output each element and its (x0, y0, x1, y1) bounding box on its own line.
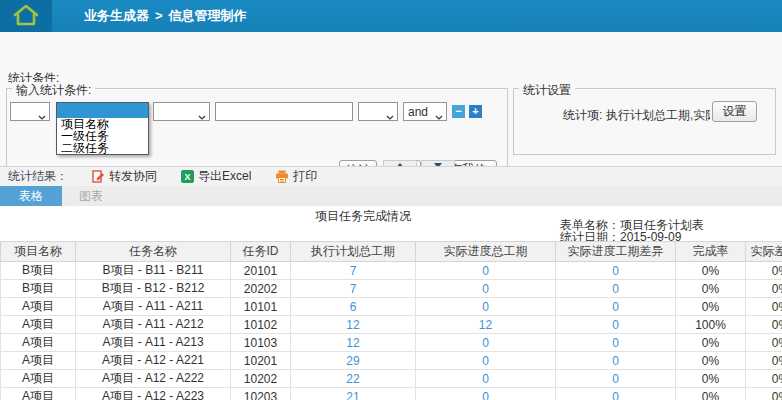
set-button[interactable]: 设置 (712, 101, 757, 122)
column-header: 执行计划总工期 (291, 242, 416, 262)
table-cell-link[interactable]: 0 (556, 298, 676, 316)
table-cell-link[interactable]: 0 (556, 352, 676, 370)
table-cell-link[interactable]: 0 (556, 334, 676, 352)
table-cell-link[interactable]: 0 (556, 370, 676, 388)
chevron-down-icon (386, 109, 394, 114)
table-cell: A项目 (1, 334, 76, 352)
table-cell-link[interactable]: 12 (416, 316, 556, 334)
table-cell: 0% (746, 334, 782, 352)
table-cell-link[interactable]: 0 (416, 334, 556, 352)
table-cell-link[interactable]: 0 (416, 262, 556, 280)
table-row: A项目A项目 - A12 - A2231020321000%0% (1, 388, 782, 400)
table-cell-link[interactable]: 0 (556, 280, 676, 298)
table-cell-link[interactable]: 0 (416, 298, 556, 316)
table-cell-link[interactable]: 7 (291, 280, 416, 298)
excel-icon: X (181, 170, 194, 183)
results-table-container: 项目名称任务名称任务ID执行计划总工期实际进度总工期实际进度工期差异完成率实际差… (0, 241, 782, 400)
table-cell: 0% (676, 298, 746, 316)
input-condition-legend: 输入统计条件: (12, 82, 95, 99)
unit-select[interactable] (358, 102, 398, 121)
logo[interactable] (0, 0, 52, 32)
table-cell-link[interactable]: 6 (291, 298, 416, 316)
table-cell: A项目 (1, 388, 76, 400)
results-table-header-row: 项目名称任务名称任务ID执行计划总工期实际进度总工期实际进度工期差异完成率实际差… (1, 242, 782, 262)
results-tab-bar: 表格 图表 (0, 186, 782, 206)
printer-icon (275, 170, 289, 183)
table-cell: 0% (676, 388, 746, 400)
tab-chart[interactable]: 图表 (62, 186, 120, 206)
dropdown-option-selected[interactable] (57, 103, 148, 118)
table-cell: 0% (676, 262, 746, 280)
table-cell-link[interactable]: 22 (291, 370, 416, 388)
table-cell: 10201 (231, 352, 291, 370)
table-cell: 0% (746, 352, 782, 370)
table-cell: 0% (676, 370, 746, 388)
table-cell: 0% (746, 370, 782, 388)
table-cell-link[interactable]: 12 (291, 334, 416, 352)
table-cell-link[interactable]: 0 (556, 316, 676, 334)
export-excel-button[interactable]: X 导出Excel (181, 168, 251, 185)
table-row: A项目A项目 - A11 - A211101016000%0% (1, 298, 782, 316)
chevron-down-icon (198, 109, 206, 114)
table-cell: A项目 - A11 - A213 (76, 334, 231, 352)
field-dropdown-list: 项目名称一级任务二级任务 (57, 118, 148, 154)
table-cell: B项目 (1, 262, 76, 280)
table-cell: A项目 - A12 - A221 (76, 352, 231, 370)
column-header: 实际进度工期差异 (556, 242, 676, 262)
dropdown-option[interactable]: 二级任务 (57, 142, 148, 154)
table-cell-link[interactable]: 7 (291, 262, 416, 280)
column-header: 任务ID (231, 242, 291, 262)
results-label: 统计结果： (8, 168, 68, 185)
table-cell: A项目 - A12 - A223 (76, 388, 231, 400)
table-cell-link[interactable]: 12 (291, 316, 416, 334)
column-header: 项目名称 (1, 242, 76, 262)
table-cell: A项目 (1, 352, 76, 370)
table-cell: B项目 - B12 - B212 (76, 280, 231, 298)
statistics-item-value: 执行计划总工期,实际进度总工 (606, 107, 710, 124)
print-button[interactable]: 打印 (275, 168, 317, 185)
table-cell-link[interactable]: 21 (291, 388, 416, 400)
table-row: A项目A项目 - A11 - A2121010212120100%0% (1, 316, 782, 334)
logic-operator-select[interactable]: and (403, 102, 447, 121)
condition-value-input[interactable] (215, 102, 353, 121)
breadcrumb-root[interactable]: 业务生成器 (84, 8, 149, 23)
forward-doc-icon (92, 170, 105, 183)
results-toolbar: 统计结果： 转发协同 X 导出Excel 打印 (0, 166, 782, 186)
table-row: B项目B项目 - B12 - B212202027000%0% (1, 280, 782, 298)
logic-operator-value: and (408, 105, 428, 119)
breadcrumb-current: 信息管理制作 (169, 8, 247, 23)
column-header: 实际差异率 (746, 242, 782, 262)
table-cell-link[interactable]: 0 (416, 352, 556, 370)
table-cell: 10202 (231, 370, 291, 388)
table-cell-link[interactable]: 0 (416, 370, 556, 388)
results-table-body: B项目B项目 - B11 - B211201017000%0%B项目B项目 - … (1, 262, 782, 400)
operator-select[interactable] (153, 102, 210, 121)
table-cell: 0% (746, 316, 782, 334)
remove-condition-button[interactable]: − (452, 105, 465, 118)
table-cell: A项目 (1, 370, 76, 388)
forward-collaboration-button[interactable]: 转发协同 (92, 168, 157, 185)
table-cell: A项目 - A12 - A222 (76, 370, 231, 388)
table-cell: 0% (746, 262, 782, 280)
add-condition-button[interactable]: + (469, 105, 482, 118)
table-cell-link[interactable]: 29 (291, 352, 416, 370)
condition-group-select[interactable] (10, 102, 50, 121)
table-cell-link[interactable]: 0 (556, 262, 676, 280)
table-cell-link[interactable]: 0 (556, 388, 676, 400)
table-cell: 0% (746, 280, 782, 298)
table-cell: 10101 (231, 298, 291, 316)
field-select-open[interactable]: 项目名称一级任务二级任务 (56, 102, 149, 155)
table-cell: A项目 - A11 - A212 (76, 316, 231, 334)
table-cell: A项目 - A11 - A211 (76, 298, 231, 316)
breadcrumb: 业务生成器>信息管理制作 (84, 0, 253, 32)
breadcrumb-separator: > (155, 8, 163, 23)
table-cell: 0% (746, 298, 782, 316)
tab-table[interactable]: 表格 (0, 186, 62, 206)
table-cell: 20202 (231, 280, 291, 298)
table-cell-link[interactable]: 0 (416, 280, 556, 298)
chevron-down-icon (38, 109, 46, 114)
table-cell: B项目 - B11 - B211 (76, 262, 231, 280)
table-cell: 0% (676, 280, 746, 298)
home-icon (13, 4, 39, 29)
table-cell-link[interactable]: 0 (416, 388, 556, 400)
